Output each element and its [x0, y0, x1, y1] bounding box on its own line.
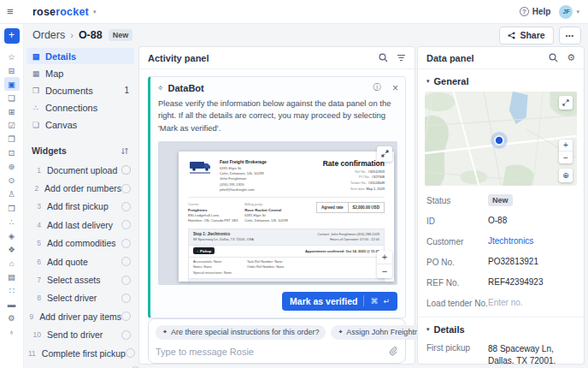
reorder-icon[interactable] — [121, 147, 129, 155]
widget-check-circle[interactable] — [121, 202, 131, 211]
widget-add-quote[interactable]: 6 Add quote — [26, 252, 134, 270]
rail-connections-icon[interactable]: ∴ — [4, 215, 20, 229]
widget-add-commodities[interactable]: 5 Add commodities — [26, 234, 134, 252]
widget-complete-first-pickup[interactable]: 11 Complete first pickup — [26, 344, 134, 362]
widgets-title: Widgets — [32, 145, 121, 156]
workspace: Orders › O-88 New Share ••• ▤ Details — [24, 24, 588, 368]
rail-inbox-icon[interactable]: ⊟ — [4, 63, 20, 77]
field-value[interactable]: PO32813921 — [488, 256, 538, 268]
rail-quotes-icon[interactable]: ❏ — [4, 91, 20, 104]
widget-check-circle[interactable] — [121, 294, 131, 303]
widget-select-driver[interactable]: 8 Select driver — [26, 289, 134, 307]
widget-check-circle[interactable] — [126, 348, 135, 358]
doc-meta-value: May 1, 2023 — [367, 187, 385, 191]
rail-tasks-icon[interactable]: ☑ — [4, 118, 20, 132]
message-input[interactable] — [156, 347, 389, 357]
agreed-rate-box: Agreed rate $2,000.00 USD — [316, 202, 385, 213]
rail-documents-icon[interactable]: ❐ — [4, 133, 20, 146]
details-section-toggle[interactable]: ▾ Details — [418, 318, 584, 340]
general-section-toggle[interactable]: ▾ General — [418, 69, 584, 92]
widget-send-to-driver[interactable]: 10 Send to driver — [26, 326, 134, 344]
map-expand-button[interactable] — [559, 96, 573, 110]
widget-check-circle[interactable] — [121, 312, 131, 321]
info-icon[interactable]: ⓘ — [373, 82, 381, 93]
widget-complete-last-delivery[interactable]: 12 Complete last delivery — [26, 362, 134, 368]
rail-team-icon[interactable]: ❖ — [4, 242, 20, 256]
rail-orders-icon[interactable]: ▣ — [4, 77, 20, 91]
tab-map[interactable]: ▦ Map — [26, 65, 134, 81]
widget-check-circle[interactable] — [121, 184, 131, 193]
field-label: First pickup — [426, 343, 488, 353]
zoom-in-button[interactable]: + — [377, 251, 392, 264]
tab-documents[interactable]: ❐ Documents 1 — [26, 82, 134, 98]
attachment-icon[interactable] — [389, 347, 398, 357]
widget-add-first-pickup[interactable]: 3 Add first pickup — [26, 198, 134, 216]
tab-details[interactable]: ▤ Details — [26, 48, 134, 64]
search-icon[interactable] — [549, 53, 558, 62]
doc-billing-block: Billing party: Rose Rocket Central 6391 … — [244, 202, 288, 223]
avatar-chevron-icon[interactable]: ▾ — [576, 9, 579, 15]
map-locate-button[interactable]: ⊕ — [559, 169, 573, 182]
tab-connections[interactable]: ∴ Connections — [26, 99, 134, 116]
map-zoom-in-button[interactable]: + — [559, 139, 573, 151]
rail-security-icon[interactable]: ◈ — [4, 229, 20, 242]
field-value[interactable]: 88 Spaceway Ln, Dallas, TX 72001, USA — [488, 343, 575, 365]
widget-check-circle[interactable] — [121, 257, 131, 266]
breadcrumb-orders-link[interactable]: Orders — [32, 29, 65, 41]
logo-chevron-icon[interactable]: ▾ — [93, 9, 97, 15]
widget-select-assets[interactable]: 7 Select assets — [26, 270, 134, 288]
expand-icon — [562, 99, 569, 106]
widget-check-circle[interactable] — [121, 330, 131, 340]
activity-panel-title: Activity panel — [148, 53, 370, 63]
widget-check-circle[interactable] — [121, 276, 131, 285]
gear-icon[interactable]: ⚙ — [567, 52, 575, 63]
rail-carriers-icon[interactable]: ❒ — [4, 201, 20, 215]
widget-add-order-numbers[interactable]: 2 Add order numbers — [26, 179, 134, 197]
load-tender-input[interactable]: Enter no. — [488, 297, 523, 309]
rail-support-icon[interactable]: ⊙ — [4, 174, 20, 187]
tab-canvas[interactable]: ❏ Canvas — [26, 116, 134, 133]
rail-billing-icon[interactable]: ▬ — [4, 298, 20, 312]
widget-check-circle[interactable] — [121, 239, 131, 248]
logo[interactable]: rose rocket — [32, 6, 89, 18]
field-value[interactable]: REF42394923 — [488, 276, 544, 288]
avatar[interactable]: JF — [559, 5, 573, 19]
rail-apps-icon[interactable]: ∷ — [4, 284, 20, 298]
rail-network-icon[interactable]: ⊛ — [4, 160, 20, 174]
search-icon[interactable] — [379, 53, 388, 62]
suggestion-chip-special-instructions[interactable]: ✦ Are there special instructions for thi… — [156, 325, 326, 340]
breadcrumb-separator: › — [70, 30, 74, 40]
hamburger-menu-icon[interactable]: ≡ — [7, 5, 21, 18]
zoom-out-button[interactable]: − — [377, 264, 392, 278]
logo-rocket: rocket — [56, 6, 89, 18]
general-section-title: General — [434, 76, 469, 86]
widget-document-upload[interactable]: 1 Document upload — [26, 161, 134, 179]
rail-customers-icon[interactable]: ♙ — [4, 187, 20, 201]
rate-confirmation-document[interactable]: Fast Freight Brokerage 6391 Elgin St. Ce… — [179, 151, 394, 282]
widget-progress-circle[interactable] — [121, 165, 131, 175]
widget-num: 2 — [28, 184, 38, 193]
widget-check-circle[interactable] — [121, 220, 131, 229]
filter-icon[interactable] — [397, 53, 406, 62]
share-button[interactable]: Share — [499, 27, 553, 45]
rail-star-icon[interactable]: ☆ — [4, 50, 20, 63]
customer-link[interactable]: Jtechtronics — [488, 235, 533, 247]
rail-warehouse-icon[interactable]: ⌂ — [4, 256, 20, 270]
rail-contacts-icon[interactable]: ▤ — [4, 270, 20, 284]
rail-globe-icon[interactable]: ♁ — [4, 325, 20, 339]
rail-invoices-icon[interactable]: ⊞ — [4, 104, 20, 118]
map-zoom-out-button[interactable]: − — [559, 151, 573, 163]
help-button[interactable]: ? Help — [520, 7, 551, 16]
rail-assets-icon[interactable]: ⊡ — [4, 146, 20, 160]
rail-settings-icon[interactable]: ⚙ — [4, 312, 20, 325]
widget-add-last-delivery[interactable]: 4 Add last delivery — [26, 216, 134, 234]
map-thumbnail[interactable]: + − ⊕ — [425, 92, 577, 186]
create-new-button[interactable]: + — [4, 28, 20, 44]
mark-as-verified-button[interactable]: Mark as verified ⌘ ↵ — [282, 292, 397, 311]
more-actions-button[interactable]: ••• — [559, 27, 581, 45]
preview-expand-button[interactable] — [377, 146, 392, 162]
widget-add-driver-pay-items[interactable]: 9 Add driver pay items — [26, 307, 134, 325]
close-icon[interactable]: × — [392, 84, 398, 92]
details-icon: ▤ — [32, 52, 40, 61]
chevron-down-icon: ▾ — [426, 78, 430, 85]
